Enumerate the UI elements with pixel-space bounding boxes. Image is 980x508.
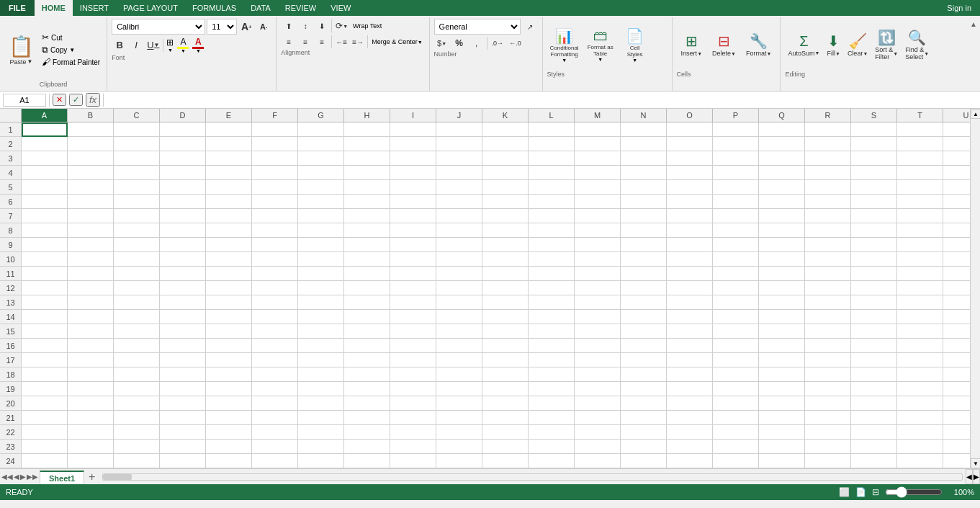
cell-G17[interactable] <box>298 353 344 367</box>
cell-P23[interactable] <box>713 440 759 454</box>
cell-U16[interactable] <box>943 339 970 353</box>
merge-center-button[interactable]: Merge & Center ▼ <box>369 37 424 46</box>
cell-S16[interactable] <box>851 339 897 353</box>
col-header-L[interactable]: L <box>529 109 575 122</box>
cell-H4[interactable] <box>344 166 390 180</box>
cell-D8[interactable] <box>160 223 206 238</box>
cell-G10[interactable] <box>298 252 344 267</box>
cell-G20[interactable] <box>298 396 344 411</box>
cell-F10[interactable] <box>252 252 298 267</box>
cell-I8[interactable] <box>390 223 436 238</box>
cell-O12[interactable] <box>667 281 713 295</box>
cell-A21[interactable] <box>22 411 68 425</box>
cell-B13[interactable] <box>68 295 114 310</box>
cell-D13[interactable] <box>160 295 206 310</box>
cell-F12[interactable] <box>252 281 298 295</box>
cell-T8[interactable] <box>897 223 943 238</box>
cell-K17[interactable] <box>482 353 529 367</box>
hscroll-right-button[interactable]: ▶ <box>973 469 980 484</box>
cell-B10[interactable] <box>68 252 114 267</box>
cell-I5[interactable] <box>390 180 436 195</box>
cell-K5[interactable] <box>482 180 529 195</box>
align-middle-button[interactable]: ↕ <box>297 19 313 33</box>
cell-H18[interactable] <box>344 367 390 382</box>
row-number-17[interactable]: 17 <box>0 353 22 367</box>
sheet-nav-last-button[interactable]: ▶▶ <box>27 473 38 481</box>
cell-G1[interactable] <box>298 122 344 137</box>
cell-L20[interactable] <box>529 396 575 411</box>
cell-K13[interactable] <box>482 295 529 310</box>
hscroll-left-button[interactable]: ◀ <box>966 469 973 484</box>
cell-A24[interactable] <box>22 454 68 468</box>
cell-M5[interactable] <box>575 180 621 195</box>
tab-review[interactable]: REVIEW <box>278 0 323 16</box>
cell-P6[interactable] <box>713 195 759 209</box>
cell-R21[interactable] <box>805 411 851 425</box>
cell-N15[interactable] <box>621 324 667 339</box>
row-number-9[interactable]: 9 <box>0 238 22 252</box>
cell-O20[interactable] <box>667 396 713 411</box>
cell-A6[interactable] <box>22 195 68 209</box>
cell-C8[interactable] <box>114 223 160 238</box>
cell-A12[interactable] <box>22 281 68 295</box>
cell-M19[interactable] <box>575 382 621 396</box>
align-center-button[interactable]: ≡ <box>297 35 313 49</box>
cell-K10[interactable] <box>482 252 529 267</box>
cell-A14[interactable] <box>22 310 68 324</box>
row-number-22[interactable]: 22 <box>0 425 22 440</box>
cell-K8[interactable] <box>482 223 529 238</box>
cell-G8[interactable] <box>298 223 344 238</box>
cell-O23[interactable] <box>667 440 713 454</box>
cell-L24[interactable] <box>529 454 575 468</box>
row-number-12[interactable]: 12 <box>0 281 22 295</box>
cell-D12[interactable] <box>160 281 206 295</box>
cell-Q3[interactable] <box>759 151 805 166</box>
cell-F20[interactable] <box>252 396 298 411</box>
cell-B16[interactable] <box>68 339 114 353</box>
cell-Q1[interactable] <box>759 122 805 137</box>
cell-D15[interactable] <box>160 324 206 339</box>
cell-H10[interactable] <box>344 252 390 267</box>
cell-U11[interactable] <box>943 267 970 281</box>
cell-B19[interactable] <box>68 382 114 396</box>
cell-O8[interactable] <box>667 223 713 238</box>
cell-A8[interactable] <box>22 223 68 238</box>
cell-H21[interactable] <box>344 411 390 425</box>
cell-P18[interactable] <box>713 367 759 382</box>
cell-F6[interactable] <box>252 195 298 209</box>
cell-C10[interactable] <box>114 252 160 267</box>
cell-B17[interactable] <box>68 353 114 367</box>
cell-A9[interactable] <box>22 238 68 252</box>
percent-button[interactable]: % <box>451 36 467 50</box>
cell-Q18[interactable] <box>759 367 805 382</box>
cell-E7[interactable] <box>206 209 252 223</box>
cell-H15[interactable] <box>344 324 390 339</box>
cell-H2[interactable] <box>344 137 390 151</box>
cell-N3[interactable] <box>621 151 667 166</box>
cell-S12[interactable] <box>851 281 897 295</box>
cell-I2[interactable] <box>390 137 436 151</box>
col-header-J[interactable]: J <box>436 109 482 122</box>
cell-styles-button[interactable]: 📄 CellStyles ▼ <box>619 19 651 71</box>
cell-H23[interactable] <box>344 440 390 454</box>
cell-T9[interactable] <box>897 238 943 252</box>
font-name-select[interactable]: Calibri <box>112 19 205 35</box>
cell-G24[interactable] <box>298 454 344 468</box>
cell-C9[interactable] <box>114 238 160 252</box>
cell-F13[interactable] <box>252 295 298 310</box>
cell-Q9[interactable] <box>759 238 805 252</box>
cell-S17[interactable] <box>851 353 897 367</box>
cell-A5[interactable] <box>22 180 68 195</box>
cell-R12[interactable] <box>805 281 851 295</box>
row-number-18[interactable]: 18 <box>0 367 22 382</box>
cell-K9[interactable] <box>482 238 529 252</box>
cell-A3[interactable] <box>22 151 68 166</box>
cell-K14[interactable] <box>482 310 529 324</box>
cell-T20[interactable] <box>897 396 943 411</box>
cell-P4[interactable] <box>713 166 759 180</box>
cell-J9[interactable] <box>436 238 482 252</box>
sheet-nav-next-button[interactable]: ▶ <box>20 473 26 481</box>
cell-M21[interactable] <box>575 411 621 425</box>
cell-H5[interactable] <box>344 180 390 195</box>
insert-button[interactable]: ⊞ Insert▼ <box>677 19 706 71</box>
